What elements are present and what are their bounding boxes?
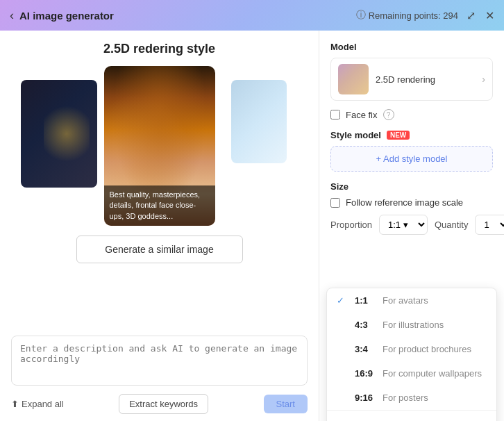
- image-right: [231, 80, 287, 163]
- image-overlay: Best quality, masterpieces, details, fro…: [104, 185, 215, 226]
- new-badge: NEW: [387, 131, 410, 140]
- expand-icon: ⬆: [11, 399, 19, 409]
- generate-similar-button[interactable]: Generate a similar image: [76, 236, 243, 263]
- expand-button[interactable]: ⤢: [465, 8, 477, 24]
- quantity-label: Quantity: [435, 220, 468, 230]
- dropdown-item-1-1[interactable]: ✓ 1:1 For avatars: [327, 288, 496, 313]
- question-icon[interactable]: ?: [383, 109, 394, 120]
- ratio-3-4: 3:4: [355, 344, 376, 354]
- choose-from-gallery[interactable]: Choose from gallary: [327, 411, 496, 421]
- proportion-label: Proportion: [330, 220, 372, 230]
- follow-scale-row: Follow reference image scale: [330, 197, 493, 208]
- ratio-1-1: 1:1: [355, 295, 376, 306]
- desc-4-3: For illustrations: [383, 320, 444, 330]
- close-button[interactable]: ✕: [484, 8, 496, 24]
- follow-scale-checkbox[interactable]: [330, 198, 340, 208]
- model-thumb-image: [338, 64, 369, 94]
- style-title: 2.5D redering style: [103, 42, 215, 56]
- prompt-textarea[interactable]: [11, 336, 308, 386]
- ratio-4-3: 4:3: [355, 320, 376, 330]
- face-fix-checkbox[interactable]: [330, 110, 340, 119]
- prompt-area: [0, 336, 319, 388]
- model-row[interactable]: 2.5D rendering ›: [330, 58, 493, 101]
- desc-9-16: For posters: [383, 393, 428, 403]
- model-thumbnail: [338, 64, 369, 94]
- checkmark-icon: ✓: [337, 295, 348, 306]
- extract-keywords-button[interactable]: Extract keywords: [119, 394, 208, 414]
- face-fix-label: Face fix: [346, 110, 378, 120]
- face-fix-row: Face fix ?: [330, 109, 493, 120]
- top-bar-left: ‹ AI image generator: [8, 7, 114, 24]
- dark-image: [21, 80, 97, 188]
- bottom-toolbar: ⬆ Expand all Extract keywords Start: [0, 388, 319, 421]
- dropdown-item-4-3[interactable]: 4:3 For illustrations: [327, 313, 496, 337]
- top-bar: ‹ AI image generator ⓘ Remaining points:…: [0, 0, 504, 31]
- image-gallery: Best quality, masterpieces, details, fro…: [11, 66, 308, 226]
- ratio-16-9: 16:9: [355, 368, 376, 379]
- proportion-row: Proportion 1:1 ▾ Quantity 1: [330, 215, 493, 235]
- goddess-image: Best quality, masterpieces, details, fro…: [104, 66, 215, 226]
- left-panel: 2.5D redering style Best quality, master…: [0, 31, 319, 421]
- start-button[interactable]: Start: [264, 395, 308, 413]
- style-model-label: Style model: [330, 130, 381, 140]
- left-content: 2.5D redering style Best quality, master…: [0, 31, 319, 336]
- quantity-select[interactable]: 1: [475, 215, 504, 235]
- expand-all-button[interactable]: ⬆ Expand all: [11, 399, 64, 409]
- right-panel: Model 2.5D rendering › Face fix ? Style …: [319, 31, 504, 421]
- remaining-points: ⓘ Remaining points: 294: [356, 9, 458, 22]
- follow-scale-label: Follow reference image scale: [346, 197, 463, 208]
- dropdown-item-9-16[interactable]: 9:16 For posters: [327, 386, 496, 410]
- style-model-row: Style model NEW: [330, 130, 493, 140]
- image-center: Best quality, masterpieces, details, fro…: [104, 66, 215, 226]
- back-button[interactable]: ‹: [8, 7, 15, 24]
- model-name: 2.5D rendering: [376, 74, 475, 85]
- circle-icon: ⓘ: [356, 9, 366, 22]
- top-bar-right: ⓘ Remaining points: 294 ⤢ ✕: [356, 8, 496, 24]
- desc-1-1: For avatars: [383, 295, 428, 306]
- desc-3-4: For product brochures: [383, 344, 471, 354]
- desc-16-9: For computer wallpapers: [383, 368, 482, 379]
- image-left: [21, 80, 97, 188]
- app-title: AI image generator: [19, 10, 114, 22]
- proportion-select[interactable]: 1:1 ▾: [379, 215, 428, 235]
- ratio-9-16: 9:16: [355, 393, 376, 403]
- main-layout: 2.5D redering style Best quality, master…: [0, 31, 504, 421]
- chevron-right-icon: ›: [482, 74, 485, 85]
- model-section-label: Model: [330, 42, 493, 52]
- proportion-dropdown: ✓ 1:1 For avatars 4:3 For illustrations …: [326, 288, 497, 421]
- dropdown-item-3-4[interactable]: 3:4 For product brochures: [327, 337, 496, 361]
- add-style-button[interactable]: + Add style model: [330, 146, 493, 172]
- blue-image: [231, 80, 287, 163]
- size-label: Size: [330, 181, 493, 192]
- dropdown-item-16-9[interactable]: 16:9 For computer wallpapers: [327, 361, 496, 386]
